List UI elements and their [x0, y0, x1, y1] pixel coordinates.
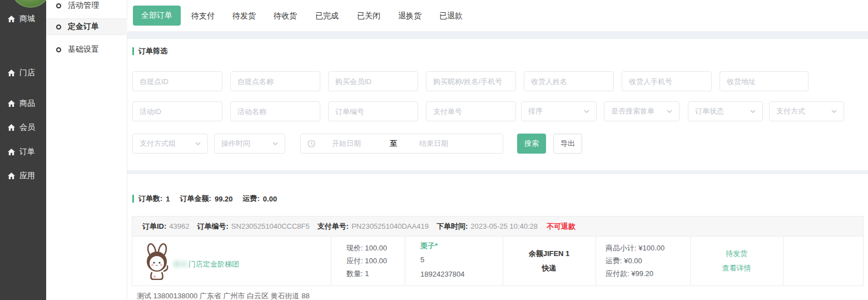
column-divider — [405, 237, 405, 286]
pay-method-select[interactable]: 支付方式 — [769, 101, 844, 121]
submenu-item-activity[interactable]: 活动管理 — [46, 0, 127, 11]
submenu-item-label: 活动管理 — [68, 1, 99, 11]
store-logo[interactable] — [11, 0, 51, 8]
column-divider — [690, 237, 691, 286]
sidebar-item-shop[interactable]: 门店 — [0, 67, 46, 78]
home-icon — [7, 148, 16, 156]
select-placeholder: 支付方式 — [776, 106, 805, 116]
filter-title-text: 订单筛选 — [138, 46, 167, 56]
green-marker — [132, 47, 134, 55]
tab-returns[interactable]: 退换货 — [398, 0, 421, 31]
home-icon — [7, 100, 16, 107]
order-id-label: 订单ID: — [142, 222, 166, 232]
sidebar-item-orders[interactable]: 订单 — [0, 146, 46, 158]
order-card-header: 订单ID: 43962 订单编号: SN2305251040CCC8F5 支付单… — [132, 217, 863, 237]
primary-sidebar: 商城 门店 商品 会员 订单 应用 — [0, 0, 46, 300]
receiver-phone-input[interactable] — [622, 71, 712, 91]
green-marker — [132, 195, 134, 203]
tab-closed[interactable]: 已关闭 — [357, 0, 380, 31]
order-status-tabbar: 全部订单 待支付 待发货 待收货 已完成 已关闭 退换货 已退款 — [127, 0, 868, 31]
order-sn-value: SN2305251040CCC8F5 — [231, 222, 310, 230]
export-button[interactable]: 导出 — [553, 134, 582, 154]
product-name[interactable]: 测试门店定金阶梯团 — [173, 259, 239, 269]
chevron-down-icon — [584, 110, 589, 113]
amount-due-line: 应付款: ¥99.20 — [606, 269, 653, 279]
sort-select[interactable]: 排序 — [521, 101, 597, 121]
home-icon — [7, 15, 16, 23]
sidebar-item-label: 门店 — [19, 68, 35, 78]
buyer-nickname[interactable]: 栗子* — [420, 241, 438, 251]
home-icon — [7, 172, 16, 180]
circle-icon — [56, 47, 61, 52]
view-detail-link[interactable]: 查看详情 — [690, 263, 783, 273]
column-divider — [331, 237, 331, 286]
sidebar-item-label: 订单 — [19, 147, 35, 157]
column-divider — [783, 237, 783, 286]
divider-band — [127, 31, 868, 39]
sidebar-item-label: 商城 — [19, 14, 35, 24]
order-time-value: 2023-05-25 10:40:28 — [470, 222, 538, 230]
home-icon — [7, 69, 16, 77]
pay-sn-input[interactable] — [426, 101, 516, 121]
divider-band — [127, 170, 868, 174]
orders-count-label: 订单数: — [138, 194, 162, 204]
start-date-placeholder[interactable]: 开始日期 — [332, 139, 361, 149]
receiver-address-input[interactable] — [720, 71, 809, 91]
sidebar-item-members[interactable]: 会员 — [0, 122, 46, 133]
pay-method-group-select[interactable]: 支付方式组 — [132, 134, 208, 154]
sidebar-item-label: 商品 — [19, 99, 35, 109]
buyer-member-id-input[interactable] — [328, 71, 418, 91]
activity-id-input[interactable] — [132, 101, 222, 121]
receiver-address-line: 测试 13800138000 广东省 广州市 白云区 黄石街道 88 — [137, 291, 310, 300]
activity-name-input[interactable] — [230, 101, 320, 121]
non-refundable-badge: 不可退款 — [547, 222, 576, 232]
tab-all-orders[interactable]: 全部订单 — [133, 6, 181, 26]
item-status: 待发货 — [690, 249, 783, 259]
chevron-down-icon — [195, 142, 201, 145]
results-panel: 订单数: 1 订单金额: 99.20 运费: 0.00 订单ID: 43962 … — [127, 174, 868, 300]
delivery-method: 快递 — [503, 263, 596, 273]
home-icon — [7, 124, 16, 131]
buyer-nickname-input[interactable] — [426, 71, 516, 91]
tab-pending-shipment[interactable]: 待发货 — [232, 0, 256, 31]
subtotal-line: 商品小计: ¥100.00 — [606, 243, 664, 253]
pickup-name-input[interactable] — [230, 71, 320, 91]
tab-refunded[interactable]: 已退款 — [439, 0, 463, 31]
orders-amount-label: 订单金额: — [180, 194, 211, 204]
product-name-text: 门店定金阶梯团 — [189, 260, 239, 268]
column-divider — [503, 237, 503, 286]
search-button[interactable]: 搜索 — [517, 134, 546, 154]
end-date-placeholder[interactable]: 结束日期 — [419, 139, 448, 149]
circle-icon — [56, 24, 61, 29]
sidebar-item-goods[interactable]: 商品 — [0, 98, 46, 109]
tab-pending-payment[interactable]: 待支付 — [191, 0, 215, 31]
filter-section-title: 订单筛选 — [132, 46, 167, 56]
tab-pending-receipt[interactable]: 待收货 — [274, 0, 297, 31]
submenu-item-basic-settings[interactable]: 基础设置 — [46, 44, 127, 55]
sidebar-item-label: 应用 — [19, 171, 35, 181]
select-placeholder: 支付方式组 — [140, 139, 176, 149]
submenu-item-deposit-orders[interactable]: 定金订单 — [46, 18, 127, 35]
operate-time-select[interactable]: 操作时间 — [214, 134, 285, 154]
order-status-select[interactable]: 订单状态 — [688, 101, 763, 121]
buyer-member-id: 5 — [420, 255, 424, 264]
order-item-row: 测试门店定金阶梯团 现价: 100.00 应付: 100.00 数量: 1 栗子… — [132, 237, 863, 286]
main-content: 全部订单 待支付 待发货 待收货 已完成 已关闭 退换货 已退款 订单筛选 — [127, 0, 868, 300]
sidebar-item-apps[interactable]: 应用 — [0, 170, 46, 181]
pay-sn-label: 支付单号: — [318, 222, 349, 232]
receiver-name-input[interactable] — [524, 71, 614, 91]
product-avatar — [140, 243, 174, 280]
freight-value: 0.00 — [263, 195, 277, 203]
orders-summary: 订单数: 1 订单金额: 99.20 运费: 0.00 — [132, 194, 280, 204]
order-sn-input[interactable] — [328, 101, 418, 121]
sidebar-item-mall[interactable]: 商城 — [0, 13, 46, 24]
column-divider — [596, 237, 596, 286]
date-range-picker[interactable]: 开始日期 至 结束日期 — [300, 134, 503, 154]
tab-completed[interactable]: 已完成 — [315, 0, 339, 31]
first-order-select[interactable]: 是否搜索首单 — [604, 101, 679, 121]
pickup-id-input[interactable] — [132, 71, 222, 91]
buyer-phone: 18924237804 — [420, 270, 465, 278]
select-placeholder: 订单状态 — [695, 106, 724, 116]
order-sn-label: 订单编号: — [197, 222, 229, 232]
chevron-down-icon — [831, 110, 837, 113]
